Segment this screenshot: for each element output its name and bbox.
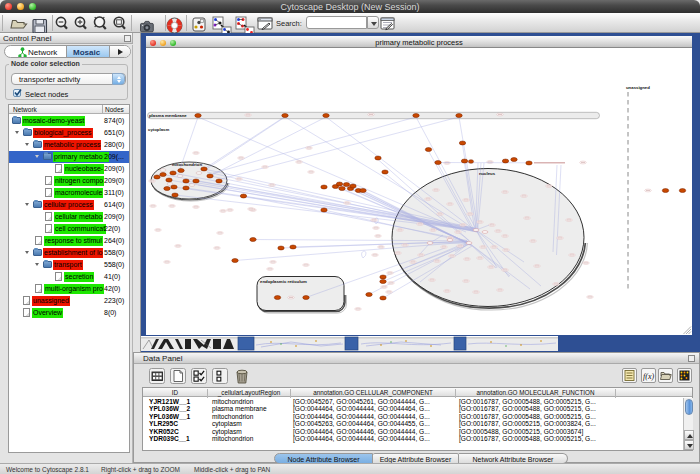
svg-text:endoplasmic reticulum: endoplasmic reticulum <box>260 279 307 284</box>
svg-text:unassigned: unassigned <box>626 85 650 90</box>
svg-text:f(x): f(x) <box>643 372 654 381</box>
svg-text:mitochondrion: mitochondrion <box>172 162 202 167</box>
svg-text:plasma membrane: plasma membrane <box>149 113 187 118</box>
svg-text:nucleus: nucleus <box>479 171 496 176</box>
svg-text:cytoplasm: cytoplasm <box>148 127 169 132</box>
